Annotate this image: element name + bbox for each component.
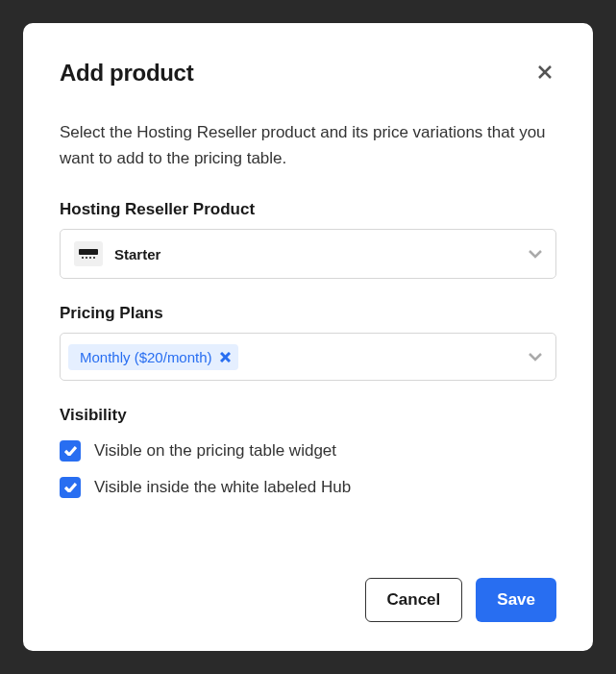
modal-header: Add product (60, 60, 556, 87)
pricing-plan-chip: Monthly ($20/month) (68, 344, 238, 370)
product-field: Hosting Reseller Product Starter (60, 200, 556, 279)
modal-title: Add product (60, 60, 193, 87)
product-field-label: Hosting Reseller Product (60, 200, 556, 219)
save-button[interactable]: Save (476, 578, 556, 622)
visibility-option-label: Visible on the pricing table widget (94, 441, 336, 461)
visibility-option-label: Visible inside the white labeled Hub (94, 478, 351, 497)
pricing-plans-field: Pricing Plans Monthly ($20/month) (60, 304, 556, 381)
visibility-option-hub: Visible inside the white labeled Hub (60, 477, 556, 498)
visibility-option-widget: Visible on the pricing table widget (60, 440, 556, 462)
svg-point-5 (89, 257, 91, 259)
chevron-down-icon (529, 348, 542, 365)
visibility-checkbox-widget[interactable] (60, 440, 81, 462)
modal-footer: Cancel Save (60, 578, 556, 622)
product-select-content: Starter (74, 241, 160, 266)
product-select-value: Starter (114, 246, 160, 262)
svg-point-4 (86, 257, 87, 259)
product-select[interactable]: Starter (60, 229, 556, 279)
cancel-button[interactable]: Cancel (365, 578, 463, 622)
pricing-plans-label: Pricing Plans (60, 304, 556, 323)
close-button[interactable] (533, 62, 556, 85)
modal-description: Select the Hosting Reseller product and … (60, 119, 556, 171)
pricing-plans-chips: Monthly ($20/month) (68, 344, 238, 370)
add-product-modal: Add product Select the Hosting Reseller … (23, 23, 593, 651)
pricing-plans-select[interactable]: Monthly ($20/month) (60, 333, 556, 381)
close-icon (537, 64, 553, 83)
chip-remove-button[interactable] (220, 352, 231, 362)
server-icon (74, 241, 103, 266)
check-icon (64, 442, 77, 460)
svg-point-6 (93, 257, 95, 259)
visibility-checkbox-hub[interactable] (60, 477, 81, 498)
chip-label: Monthly ($20/month) (80, 349, 212, 365)
svg-rect-2 (79, 249, 98, 255)
visibility-section: Visibility Visible on the pricing table … (60, 406, 556, 498)
visibility-label: Visibility (60, 406, 556, 425)
svg-point-3 (82, 257, 84, 259)
chevron-down-icon (529, 245, 542, 262)
check-icon (64, 479, 77, 496)
